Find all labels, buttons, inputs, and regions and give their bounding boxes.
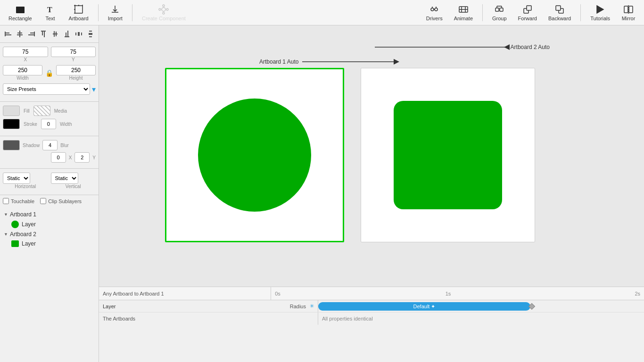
position-section: X Y Width 🔒 Height	[0, 43, 99, 102]
svg-rect-36	[5, 32, 6, 36]
svg-rect-54	[75, 33, 76, 35]
checkbox-row: Touchable Clip Sublayers	[0, 195, 99, 207]
artboard2-arrow	[375, 42, 507, 52]
transition-label: Any Artboard to Artboard 1	[103, 291, 164, 296]
vertical-label: Vertical	[51, 184, 96, 189]
lock-icon[interactable]: 🔒	[45, 69, 53, 77]
artboard1-header[interactable]: ▼ Artboard 1	[3, 210, 96, 219]
group-tool[interactable]: Group	[487, 2, 512, 23]
right-tools: Drivers Animate Group	[421, 2, 640, 23]
stroke-width-input[interactable]	[41, 119, 56, 129]
divider-1	[98, 4, 99, 21]
import-tool[interactable]: Import	[103, 2, 127, 23]
svg-rect-52	[66, 33, 66, 36]
xy-row: X Y	[3, 47, 96, 62]
media-swatch[interactable]	[33, 106, 50, 116]
stroke-swatch[interactable]	[3, 119, 20, 129]
svg-rect-48	[53, 33, 58, 34]
vertical-select[interactable]: Static	[51, 173, 78, 184]
blur-label: Blur	[60, 143, 69, 148]
chevron-down-icon[interactable]: ▾	[92, 85, 96, 94]
timeline-layer-right[interactable]: Default ✦	[318, 300, 644, 312]
align-center-h-btn[interactable]	[15, 28, 25, 40]
rect-shape[interactable]	[394, 101, 502, 209]
forward-tool[interactable]: Forward	[513, 2, 542, 23]
bar-diamond[interactable]	[528, 303, 535, 310]
distribute-v-btn[interactable]	[85, 28, 96, 40]
main-area: X Y Width 🔒 Height	[0, 25, 644, 362]
default-bar[interactable]: Default ✦	[318, 302, 530, 311]
tutorials-tool[interactable]: Tutorials	[586, 2, 615, 23]
svg-rect-51	[65, 36, 69, 37]
svg-rect-23	[495, 8, 499, 11]
mirror-tool[interactable]: Mirror	[617, 2, 640, 23]
mirror-label: Mirror	[622, 16, 636, 21]
timeline-artboards-row: The Artboards All properties identical	[99, 313, 644, 325]
touchable-checkbox[interactable]	[3, 198, 9, 204]
height-input[interactable]	[56, 65, 96, 75]
alignment-bar	[0, 25, 99, 43]
layer-name: Layer	[103, 304, 116, 309]
touchable-label[interactable]: Touchable	[3, 198, 34, 204]
svg-point-13	[166, 8, 168, 10]
shadow-label: Shadow	[23, 143, 40, 148]
align-bottom-btn[interactable]	[61, 28, 72, 40]
static-section: Static Horizontal Static Vertical	[0, 169, 99, 195]
shadow-y-input[interactable]	[74, 152, 90, 163]
artboard1-layer-circle	[11, 221, 19, 228]
shadow-swatch[interactable]	[3, 140, 20, 150]
timeline-header: Any Artboard to Artboard 1 0s 1s 2s	[99, 287, 644, 300]
shadow-row: Shadow Blur	[3, 140, 96, 150]
artboard2-layer-item[interactable]: Layer	[3, 239, 96, 248]
artboard2[interactable]	[361, 68, 535, 242]
time-2: 2s	[635, 291, 640, 296]
fill-swatch[interactable]	[3, 106, 20, 116]
timeline-artboards-left: The Artboards	[99, 313, 318, 325]
radius-label: Radius	[290, 304, 306, 309]
backward-tool[interactable]: Backward	[544, 2, 576, 23]
blur-input[interactable]	[42, 140, 58, 150]
artboard-tool[interactable]: Artboard	[64, 2, 93, 23]
horizontal-select[interactable]: Static	[3, 173, 30, 184]
distribute-h-btn[interactable]	[73, 28, 84, 40]
shadow-x-label: X	[69, 155, 72, 160]
artboard1-layer-item[interactable]: Layer	[3, 219, 96, 230]
animate-tool[interactable]: Animate	[449, 2, 478, 23]
svg-rect-37	[6, 33, 9, 33]
clip-sublayers-checkbox[interactable]	[40, 198, 46, 204]
timeline-left-header: Any Artboard to Artboard 1	[99, 287, 271, 300]
shadow-blur-section: Shadow Blur X Y	[0, 136, 99, 169]
rectangle-tool[interactable]: Rectangle	[4, 2, 37, 23]
artboard2-layer-label: Layer	[22, 240, 36, 247]
width-group: Width	[3, 65, 42, 81]
svg-rect-41	[17, 34, 23, 35]
width-label: Width	[3, 75, 42, 81]
artboard1-label-area: Artboard 1 Auto	[259, 57, 396, 66]
rectangle-label: Rectangle	[8, 16, 32, 21]
circle-shape[interactable]	[198, 99, 311, 212]
artboard2-header[interactable]: ▼ Artboard 2	[3, 230, 96, 239]
import-label: Import	[108, 16, 123, 21]
align-top-btn[interactable]	[38, 28, 49, 40]
clip-sublayers-label[interactable]: Clip Sublayers	[40, 198, 82, 204]
shadow-x-input[interactable]	[51, 152, 66, 163]
forward-label: Forward	[518, 16, 537, 21]
y-input[interactable]	[51, 47, 96, 57]
text-tool[interactable]: T Text	[39, 2, 62, 23]
divider-2	[132, 4, 132, 21]
the-artboards-label: The Artboards	[103, 316, 135, 321]
width-input[interactable]	[3, 65, 42, 75]
size-preset-row: Size Presets ▾	[3, 83, 96, 95]
canvas-area[interactable]: Artboard 2 Auto Artboard 1 Auto	[99, 25, 644, 287]
artboard1[interactable]	[165, 68, 344, 242]
align-left-btn[interactable]	[3, 28, 14, 40]
x-input[interactable]	[3, 47, 48, 57]
align-middle-btn[interactable]	[50, 28, 61, 40]
drivers-tool[interactable]: Drivers	[421, 2, 447, 23]
static-row: Static Horizontal Static Vertical	[3, 173, 96, 189]
artboard1-name: Artboard 1	[10, 211, 36, 218]
divider-3	[482, 4, 483, 21]
align-right-btn[interactable]	[26, 28, 37, 40]
create-component-tool[interactable]: Create Component	[137, 2, 190, 23]
size-preset-select[interactable]: Size Presets	[3, 83, 90, 95]
